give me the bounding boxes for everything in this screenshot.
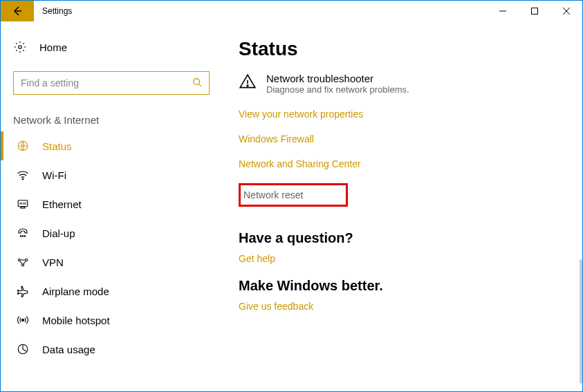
gear-icon	[13, 41, 27, 53]
svg-point-14	[22, 236, 24, 237]
search-box[interactable]	[13, 71, 210, 95]
svg-point-17	[26, 259, 28, 261]
svg-point-16	[18, 259, 20, 261]
sidebar-item-dialup[interactable]: Dial-up	[1, 218, 222, 248]
dialup-icon	[16, 227, 30, 239]
svg-point-19	[22, 319, 24, 321]
close-button[interactable]	[550, 1, 582, 21]
home-label: Home	[39, 41, 67, 53]
datausage-icon	[16, 343, 30, 355]
scrollbar-thumb[interactable]	[580, 259, 582, 384]
nav-label: Wi-Fi	[42, 169, 66, 181]
nav-label: Data usage	[42, 344, 95, 355]
svg-line-4	[199, 84, 202, 86]
back-button[interactable]	[1, 1, 34, 21]
link-get-help[interactable]: Get help	[239, 253, 555, 264]
minimize-button[interactable]	[487, 1, 519, 21]
page-title: Status	[239, 38, 555, 60]
svg-point-13	[20, 236, 21, 237]
svg-point-15	[24, 236, 26, 237]
sidebar-item-ethernet[interactable]: Ethernet	[1, 189, 222, 218]
status-icon	[16, 140, 30, 152]
main-panel: Status Network troubleshooter Diagnose a…	[222, 21, 582, 391]
sidebar-item-wifi[interactable]: Wi-Fi	[1, 160, 222, 189]
link-network-reset[interactable]: Network reset	[239, 183, 348, 207]
ethernet-icon	[16, 198, 30, 210]
search-icon	[192, 77, 202, 89]
svg-point-2	[19, 46, 22, 49]
svg-point-18	[22, 264, 24, 266]
sidebar-item-status[interactable]: Status	[1, 131, 222, 160]
home-nav[interactable]: Home	[1, 35, 222, 59]
window-controls	[487, 1, 582, 21]
link-sharing-center[interactable]: Network and Sharing Center	[239, 158, 555, 169]
nav-label: Airplane mode	[42, 286, 109, 297]
warning-icon	[239, 73, 257, 95]
nav-label: Status	[42, 140, 72, 152]
svg-point-3	[194, 78, 200, 84]
search-input[interactable]	[21, 77, 192, 88]
link-firewall[interactable]: Windows Firewall	[239, 133, 555, 144]
window-title: Settings	[34, 6, 72, 16]
nav-label: Ethernet	[42, 198, 82, 210]
svg-rect-1	[532, 8, 538, 15]
svg-point-22	[247, 85, 248, 86]
nav-label: VPN	[42, 256, 64, 268]
titlebar: Settings	[1, 1, 582, 21]
link-feedback[interactable]: Give us feedback	[239, 301, 555, 312]
svg-point-6	[22, 178, 24, 180]
sidebar-category: Network & Internet	[1, 95, 222, 131]
hotspot-icon	[16, 314, 30, 326]
troubleshooter-row[interactable]: Network troubleshooter Diagnose and fix …	[239, 73, 555, 95]
sidebar-item-hotspot[interactable]: Mobile hotspot	[1, 306, 222, 335]
link-view-properties[interactable]: View your network properties	[239, 109, 555, 120]
wifi-icon	[16, 169, 30, 181]
svg-rect-7	[18, 200, 28, 207]
sidebar: Home Network & Internet Status Wi-Fi Eth…	[1, 21, 222, 391]
nav-label: Mobile hotspot	[42, 315, 110, 326]
maximize-button[interactable]	[519, 1, 550, 21]
troubleshooter-title: Network troubleshooter	[266, 73, 409, 84]
airplane-icon	[16, 285, 30, 297]
sidebar-item-datausage[interactable]: Data usage	[1, 335, 222, 364]
vpn-icon	[16, 256, 30, 268]
nav-label: Dial-up	[42, 227, 75, 239]
svg-rect-8	[21, 207, 25, 208]
better-heading: Make Windows better.	[239, 278, 555, 294]
troubleshooter-subtitle: Diagnose and fix network problems.	[266, 84, 409, 95]
sidebar-item-vpn[interactable]: VPN	[1, 248, 222, 277]
sidebar-item-airplane[interactable]: Airplane mode	[1, 277, 222, 306]
question-heading: Have a question?	[239, 230, 555, 246]
